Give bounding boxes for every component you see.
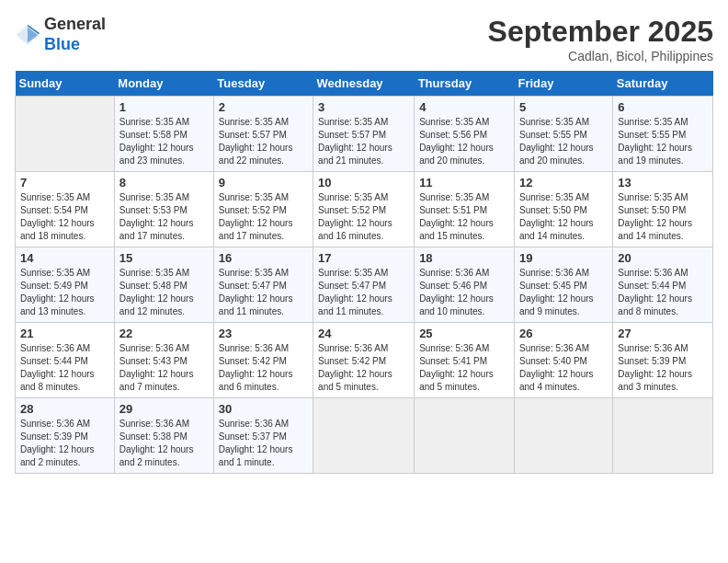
day-info: Sunrise: 5:36 AM Sunset: 5:40 PM Dayligh… (519, 342, 608, 394)
weekday-header: Thursday (415, 71, 515, 97)
calendar-cell: 28Sunrise: 5:36 AM Sunset: 5:39 PM Dayli… (16, 398, 115, 474)
calendar-cell: 13Sunrise: 5:35 AM Sunset: 5:50 PM Dayli… (613, 172, 713, 247)
day-number: 13 (618, 176, 708, 190)
day-number: 28 (20, 402, 109, 416)
day-number: 9 (219, 176, 308, 190)
weekday-header: Wednesday (313, 71, 415, 97)
calendar-cell: 12Sunrise: 5:35 AM Sunset: 5:50 PM Dayli… (514, 172, 612, 247)
calendar-week-row: 28Sunrise: 5:36 AM Sunset: 5:39 PM Dayli… (16, 398, 713, 474)
logo-icon (15, 22, 40, 48)
day-info: Sunrise: 5:35 AM Sunset: 5:58 PM Dayligh… (119, 116, 209, 167)
day-number: 5 (519, 100, 608, 114)
day-number: 6 (618, 100, 708, 114)
day-number: 25 (419, 327, 509, 340)
calendar-body: 1Sunrise: 5:35 AM Sunset: 5:58 PM Daylig… (16, 97, 713, 474)
day-info: Sunrise: 5:35 AM Sunset: 5:47 PM Dayligh… (219, 267, 308, 318)
calendar-cell: 8Sunrise: 5:35 AM Sunset: 5:53 PM Daylig… (114, 172, 213, 247)
day-number: 17 (318, 251, 409, 265)
calendar-cell: 25Sunrise: 5:36 AM Sunset: 5:41 PM Dayli… (415, 323, 515, 398)
calendar-cell: 30Sunrise: 5:36 AM Sunset: 5:37 PM Dayli… (213, 398, 313, 474)
calendar-cell: 5Sunrise: 5:35 AM Sunset: 5:55 PM Daylig… (514, 97, 612, 172)
day-info: Sunrise: 5:35 AM Sunset: 5:55 PM Dayligh… (519, 116, 608, 167)
day-info: Sunrise: 5:35 AM Sunset: 5:57 PM Dayligh… (219, 116, 308, 167)
weekday-header: Friday (514, 71, 612, 97)
calendar-week-row: 14Sunrise: 5:35 AM Sunset: 5:49 PM Dayli… (16, 247, 713, 323)
day-info: Sunrise: 5:36 AM Sunset: 5:38 PM Dayligh… (119, 418, 209, 469)
day-info: Sunrise: 5:35 AM Sunset: 5:51 PM Dayligh… (419, 191, 509, 243)
calendar-cell (415, 398, 515, 474)
day-number: 26 (519, 327, 608, 340)
day-info: Sunrise: 5:36 AM Sunset: 5:44 PM Dayligh… (618, 267, 708, 318)
calendar-cell: 27Sunrise: 5:36 AM Sunset: 5:39 PM Dayli… (613, 323, 713, 398)
logo: General Blue (15, 15, 106, 54)
calendar-cell: 19Sunrise: 5:36 AM Sunset: 5:45 PM Dayli… (514, 247, 612, 323)
day-info: Sunrise: 5:36 AM Sunset: 5:44 PM Dayligh… (20, 342, 109, 394)
day-number: 10 (318, 176, 409, 190)
day-info: Sunrise: 5:36 AM Sunset: 5:39 PM Dayligh… (618, 342, 708, 394)
calendar-cell (16, 97, 115, 172)
calendar-week-row: 21Sunrise: 5:36 AM Sunset: 5:44 PM Dayli… (16, 323, 713, 398)
day-info: Sunrise: 5:36 AM Sunset: 5:45 PM Dayligh… (519, 267, 608, 318)
day-info: Sunrise: 5:35 AM Sunset: 5:52 PM Dayligh… (318, 191, 409, 243)
day-info: Sunrise: 5:36 AM Sunset: 5:42 PM Dayligh… (219, 342, 308, 394)
calendar-cell: 22Sunrise: 5:36 AM Sunset: 5:43 PM Dayli… (114, 323, 213, 398)
calendar-cell: 21Sunrise: 5:36 AM Sunset: 5:44 PM Dayli… (16, 323, 115, 398)
day-info: Sunrise: 5:35 AM Sunset: 5:53 PM Dayligh… (119, 191, 209, 243)
day-info: Sunrise: 5:35 AM Sunset: 5:47 PM Dayligh… (318, 267, 409, 318)
weekday-header: Monday (114, 71, 213, 97)
day-info: Sunrise: 5:35 AM Sunset: 5:54 PM Dayligh… (20, 191, 109, 243)
calendar-cell: 4Sunrise: 5:35 AM Sunset: 5:56 PM Daylig… (415, 97, 515, 172)
calendar-cell (613, 398, 713, 474)
calendar-cell: 29Sunrise: 5:36 AM Sunset: 5:38 PM Dayli… (114, 398, 213, 474)
day-number: 1 (119, 100, 209, 114)
day-info: Sunrise: 5:35 AM Sunset: 5:50 PM Dayligh… (618, 191, 708, 243)
day-info: Sunrise: 5:36 AM Sunset: 5:39 PM Dayligh… (20, 418, 109, 469)
day-number: 12 (519, 176, 608, 190)
day-number: 18 (419, 251, 509, 265)
day-info: Sunrise: 5:36 AM Sunset: 5:41 PM Dayligh… (419, 342, 509, 394)
title-block: September 2025 Cadlan, Bicol, Philippine… (488, 15, 713, 63)
calendar-header: SundayMondayTuesdayWednesdayThursdayFrid… (16, 71, 713, 97)
day-info: Sunrise: 5:36 AM Sunset: 5:43 PM Dayligh… (119, 342, 209, 394)
day-number: 2 (219, 100, 308, 114)
day-info: Sunrise: 5:35 AM Sunset: 5:52 PM Dayligh… (219, 191, 308, 243)
day-number: 8 (119, 176, 209, 190)
day-number: 21 (20, 327, 109, 340)
calendar-cell: 1Sunrise: 5:35 AM Sunset: 5:58 PM Daylig… (114, 97, 213, 172)
calendar-cell: 23Sunrise: 5:36 AM Sunset: 5:42 PM Dayli… (213, 323, 313, 398)
day-number: 16 (219, 251, 308, 265)
calendar-cell: 26Sunrise: 5:36 AM Sunset: 5:40 PM Dayli… (514, 323, 612, 398)
month-title: September 2025 (488, 15, 713, 49)
day-number: 24 (318, 327, 409, 340)
calendar-cell: 17Sunrise: 5:35 AM Sunset: 5:47 PM Dayli… (313, 247, 415, 323)
calendar-cell: 14Sunrise: 5:35 AM Sunset: 5:49 PM Dayli… (16, 247, 115, 323)
day-number: 20 (618, 251, 708, 265)
day-number: 4 (419, 100, 509, 114)
day-info: Sunrise: 5:36 AM Sunset: 5:46 PM Dayligh… (419, 267, 509, 318)
calendar-cell: 15Sunrise: 5:35 AM Sunset: 5:48 PM Dayli… (114, 247, 213, 323)
calendar-cell: 3Sunrise: 5:35 AM Sunset: 5:57 PM Daylig… (313, 97, 415, 172)
calendar-table: SundayMondayTuesdayWednesdayThursdayFrid… (15, 71, 713, 474)
page-header: General Blue September 2025 Cadlan, Bico… (15, 15, 713, 63)
day-number: 7 (20, 176, 109, 190)
day-info: Sunrise: 5:35 AM Sunset: 5:48 PM Dayligh… (119, 267, 209, 318)
day-info: Sunrise: 5:35 AM Sunset: 5:57 PM Dayligh… (318, 116, 409, 167)
location-subtitle: Cadlan, Bicol, Philippines (488, 49, 713, 63)
weekday-header: Sunday (16, 71, 115, 97)
day-number: 22 (119, 327, 209, 340)
day-info: Sunrise: 5:35 AM Sunset: 5:50 PM Dayligh… (519, 191, 608, 243)
calendar-cell: 16Sunrise: 5:35 AM Sunset: 5:47 PM Dayli… (213, 247, 313, 323)
calendar-cell: 10Sunrise: 5:35 AM Sunset: 5:52 PM Dayli… (313, 172, 415, 247)
calendar-week-row: 7Sunrise: 5:35 AM Sunset: 5:54 PM Daylig… (16, 172, 713, 247)
calendar-cell: 6Sunrise: 5:35 AM Sunset: 5:55 PM Daylig… (613, 97, 713, 172)
day-number: 29 (119, 402, 209, 416)
calendar-cell: 2Sunrise: 5:35 AM Sunset: 5:57 PM Daylig… (213, 97, 313, 172)
calendar-cell: 9Sunrise: 5:35 AM Sunset: 5:52 PM Daylig… (213, 172, 313, 247)
logo-text: General Blue (44, 15, 106, 54)
day-number: 11 (419, 176, 509, 190)
day-number: 3 (318, 100, 409, 114)
day-info: Sunrise: 5:35 AM Sunset: 5:49 PM Dayligh… (20, 267, 109, 318)
calendar-cell: 18Sunrise: 5:36 AM Sunset: 5:46 PM Dayli… (415, 247, 515, 323)
day-number: 14 (20, 251, 109, 265)
calendar-cell (514, 398, 612, 474)
